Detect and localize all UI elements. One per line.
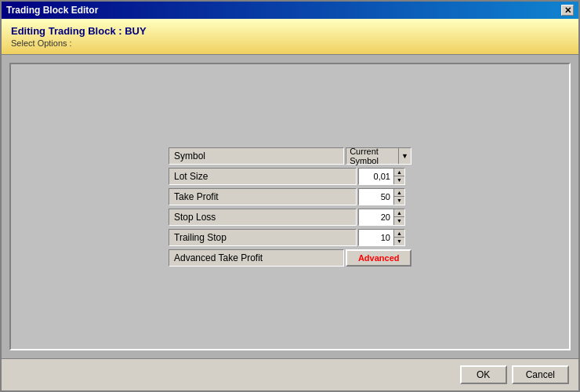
stop-loss-spinner[interactable]: 20 ▲ ▼ [358,209,405,226]
take-profit-arrows: ▲ ▼ [393,189,404,205]
stop-loss-row: Stop Loss 20 ▲ ▼ [169,208,411,227]
lot-size-down-arrow[interactable]: ▼ [394,176,404,184]
form-container: Symbol Current Symbol ▼ Lot Size 0,01 [169,147,411,267]
footer: OK Cancel [2,358,578,390]
header-subtitle: Select Options : [11,38,569,48]
ok-button[interactable]: OK [460,365,507,384]
lot-size-arrows: ▲ ▼ [393,169,404,184]
stop-loss-arrows: ▲ ▼ [393,209,404,225]
cancel-button[interactable]: Cancel [512,365,569,384]
trailing-stop-down-arrow[interactable]: ▼ [394,238,404,245]
advanced-take-profit-row: Advanced Take Profit Advanced [169,249,411,267]
stop-loss-down-arrow[interactable]: ▼ [394,217,404,225]
symbol-dropdown[interactable]: Current Symbol ▼ [346,147,411,165]
lot-size-spinner[interactable]: 0,01 ▲ ▼ [358,168,405,185]
stop-loss-up-arrow[interactable]: ▲ [394,209,404,218]
advanced-button[interactable]: Advanced [346,249,411,267]
header-panel: Editing Trading Block : BUY Select Optio… [2,19,578,55]
take-profit-value[interactable]: 50 [359,189,393,205]
symbol-row: Symbol Current Symbol ▼ [169,147,411,165]
main-window: Trading Block Editor ✕ Editing Trading B… [0,0,580,392]
trailing-stop-spinner[interactable]: 10 ▲ ▼ [358,229,405,246]
symbol-label: Symbol [169,147,344,165]
trailing-stop-arrows: ▲ ▼ [393,230,404,245]
lot-size-label: Lot Size [169,168,357,185]
lot-size-value[interactable]: 0,01 [359,169,393,184]
trailing-stop-value[interactable]: 10 [359,230,393,245]
symbol-dropdown-text: Current Symbol [346,148,398,164]
header-title: Editing Trading Block : BUY [11,25,569,37]
stop-loss-value[interactable]: 20 [359,209,393,225]
lot-size-row: Lot Size 0,01 ▲ ▼ [169,167,411,186]
dropdown-arrow-icon[interactable]: ▼ [398,148,411,164]
close-button[interactable]: ✕ [561,5,574,16]
trailing-stop-row: Trailing Stop 10 ▲ ▼ [169,228,411,247]
lot-size-up-arrow[interactable]: ▲ [394,169,404,177]
trailing-stop-label: Trailing Stop [169,229,357,246]
window-title: Trading Block Editor [6,5,98,16]
take-profit-row: Take Profit 50 ▲ ▼ [169,187,411,206]
advanced-take-profit-label: Advanced Take Profit [169,249,344,267]
take-profit-up-arrow[interactable]: ▲ [394,189,404,198]
stop-loss-label: Stop Loss [169,209,357,226]
title-bar: Trading Block Editor ✕ [2,2,578,19]
inner-panel: Symbol Current Symbol ▼ Lot Size 0,01 [9,63,571,350]
take-profit-label: Take Profit [169,188,357,205]
main-content: Symbol Current Symbol ▼ Lot Size 0,01 [2,55,578,358]
take-profit-spinner[interactable]: 50 ▲ ▼ [358,188,405,205]
take-profit-down-arrow[interactable]: ▼ [394,197,404,205]
trailing-stop-up-arrow[interactable]: ▲ [394,230,404,238]
